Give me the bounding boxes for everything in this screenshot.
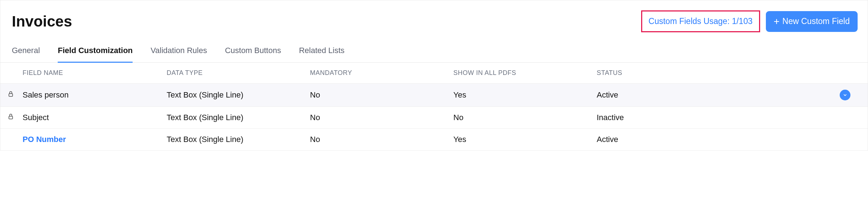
col-header-status: STATUS xyxy=(597,69,825,77)
new-custom-field-label: New Custom Field xyxy=(782,16,850,26)
data-type-cell: Text Box (Single Line) xyxy=(167,135,310,144)
svg-rect-1 xyxy=(9,116,13,119)
row-actions-dropdown[interactable] xyxy=(840,90,850,100)
table-row[interactable]: SubjectText Box (Single Line)NoNoInactiv… xyxy=(0,107,868,129)
new-custom-field-button[interactable]: + New Custom Field xyxy=(766,11,858,32)
table-row[interactable]: PO NumberText Box (Single Line)NoYesActi… xyxy=(0,129,868,151)
plus-icon: + xyxy=(774,16,779,27)
show-in-pdfs-cell: No xyxy=(453,113,597,122)
page-title: Invoices xyxy=(12,13,72,30)
tab-field-customization[interactable]: Field Customization xyxy=(58,42,133,62)
lock-icon xyxy=(8,90,14,100)
field-name-cell: Subject xyxy=(23,113,49,122)
mandatory-cell: No xyxy=(310,135,453,144)
col-header-show-in-pdfs: SHOW IN ALL PDFS xyxy=(453,69,597,77)
show-in-pdfs-cell: Yes xyxy=(453,90,597,100)
tab-general[interactable]: General xyxy=(12,42,40,62)
status-cell: Active xyxy=(597,135,825,144)
field-name-cell[interactable]: PO Number xyxy=(23,135,66,144)
col-header-field-name: FIELD NAME xyxy=(23,69,167,77)
mandatory-cell: No xyxy=(310,90,453,100)
custom-fields-usage-link[interactable]: Custom Fields Usage: 1/103 xyxy=(641,10,760,32)
tab-validation-rules[interactable]: Validation Rules xyxy=(151,42,207,62)
tab-related-lists[interactable]: Related Lists xyxy=(299,42,344,62)
table-row[interactable]: Sales personText Box (Single Line)NoYesA… xyxy=(0,84,868,107)
col-header-mandatory: MANDATORY xyxy=(310,69,453,77)
mandatory-cell: No xyxy=(310,113,453,122)
field-name-cell: Sales person xyxy=(23,90,68,99)
svg-rect-0 xyxy=(9,94,13,96)
status-cell: Inactive xyxy=(597,113,825,122)
data-type-cell: Text Box (Single Line) xyxy=(167,113,310,122)
tab-custom-buttons[interactable]: Custom Buttons xyxy=(225,42,281,62)
col-header-data-type: DATA TYPE xyxy=(167,69,310,77)
show-in-pdfs-cell: Yes xyxy=(453,135,597,144)
status-cell: Active xyxy=(597,90,825,100)
chevron-down-icon xyxy=(843,90,848,100)
lock-icon xyxy=(8,113,14,122)
data-type-cell: Text Box (Single Line) xyxy=(167,90,310,100)
